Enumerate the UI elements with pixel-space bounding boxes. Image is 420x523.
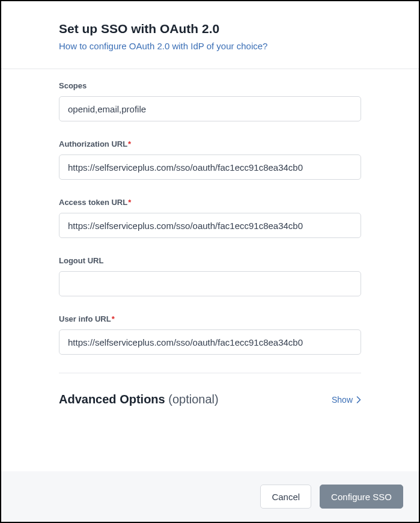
scopes-input[interactable] bbox=[59, 96, 361, 121]
user-info-url-label: User info URL* bbox=[59, 314, 361, 323]
authorization-url-label: Authorization URL* bbox=[59, 139, 361, 148]
chevron-right-icon bbox=[356, 396, 361, 403]
field-logout-url: Logout URL bbox=[59, 256, 361, 296]
required-marker: * bbox=[112, 314, 115, 323]
advanced-options-row: Advanced Options (optional) Show bbox=[1, 373, 419, 424]
page-title: Set up SSO with OAuth 2.0 bbox=[59, 22, 361, 36]
authorization-url-input[interactable] bbox=[59, 154, 361, 180]
help-link[interactable]: How to configure OAuth 2.0 with IdP of y… bbox=[59, 41, 267, 51]
cancel-button[interactable]: Cancel bbox=[260, 485, 311, 509]
modal-footer: Cancel Configure SSO bbox=[1, 471, 419, 522]
field-scopes: Scopes bbox=[59, 81, 361, 121]
logout-url-input[interactable] bbox=[59, 271, 361, 296]
advanced-options-title: Advanced Options (optional) bbox=[59, 393, 219, 406]
logout-url-label: Logout URL bbox=[59, 256, 361, 265]
access-token-url-label: Access token URL* bbox=[59, 198, 361, 207]
required-marker: * bbox=[128, 139, 131, 148]
advanced-show-toggle[interactable]: Show bbox=[332, 395, 361, 405]
form-area: Scopes Authorization URL* Access token U… bbox=[1, 69, 419, 355]
configure-sso-button[interactable]: Configure SSO bbox=[320, 485, 403, 509]
modal-header: Set up SSO with OAuth 2.0 How to configu… bbox=[1, 1, 419, 69]
field-authorization-url: Authorization URL* bbox=[59, 139, 361, 180]
scopes-label: Scopes bbox=[59, 81, 361, 90]
user-info-url-input[interactable] bbox=[59, 329, 361, 355]
required-marker: * bbox=[128, 198, 131, 207]
field-user-info-url: User info URL* bbox=[59, 314, 361, 355]
field-access-token-url: Access token URL* bbox=[59, 198, 361, 238]
access-token-url-input[interactable] bbox=[59, 213, 361, 238]
